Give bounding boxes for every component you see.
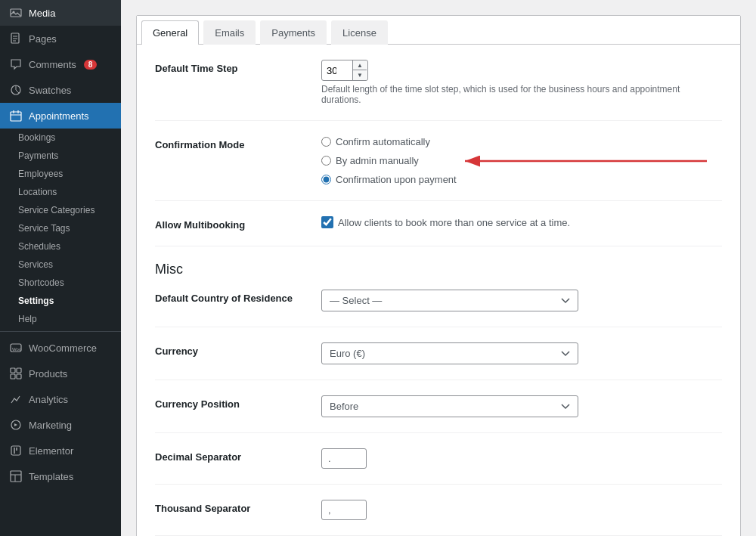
comments-icon [9,57,23,71]
sidebar-item-employees[interactable]: Employees [0,165,121,183]
sidebar-item-help[interactable]: Help [0,310,121,328]
currency-label: Currency [155,342,321,357]
allow-multibooking-row: Allow Multibooking Allow clients to book… [155,216,722,246]
sidebar-item-marketing[interactable]: Marketing [0,412,121,438]
spinner-up[interactable]: ▲ [353,60,367,70]
marketing-icon [9,418,23,432]
default-country-select[interactable]: — Select — [321,290,578,311]
sidebar-item-locations[interactable]: Locations [0,183,121,201]
currency-position-select[interactable]: Before After [321,395,578,417]
decimal-separator-label: Decimal Separator [155,448,321,463]
sidebar-item-appointments[interactable]: Appointments [0,103,121,129]
radio-admin-input[interactable] [321,156,331,166]
decimal-separator-input[interactable] [321,448,367,469]
currency-field: Euro (€) US Dollar ($) British Pound (£) [321,342,722,364]
time-step-help: Default length of the time slot step, wh… [321,84,722,105]
svg-rect-15 [11,374,15,379]
red-arrow-annotation [457,150,714,172]
radio-payment-input[interactable] [321,175,331,184]
sidebar-item-help-label: Help [18,314,37,324]
svg-rect-7 [11,112,21,121]
multibooking-checkbox-item[interactable]: Allow clients to book more than one serv… [321,216,722,228]
thousand-separator-field [321,500,722,520]
thousand-separator-input[interactable] [321,500,367,520]
sidebar-item-service-categories[interactable]: Service Categories [0,201,121,219]
sidebar-item-bookings[interactable]: Bookings [0,129,121,147]
sidebar-item-products-label: Products [29,368,67,380]
tab-bar: General Emails Payments License [137,16,740,45]
sidebar-item-swatches[interactable]: Swatches [0,77,121,103]
sidebar-item-shortcodes[interactable]: Shortcodes [0,274,121,292]
allow-multibooking-label: Allow Multibooking [155,216,321,231]
sidebar-item-schedules-label: Schedules [18,241,60,252]
pages-icon [9,32,23,45]
radio-auto-input[interactable] [321,137,331,147]
currency-select[interactable]: Euro (€) US Dollar ($) British Pound (£) [321,342,578,364]
currency-position-row: Currency Position Before After [155,395,722,433]
sidebar-item-service-categories-label: Service Categories [18,205,94,215]
thousand-separator-label: Thousand Separator [155,500,321,514]
radio-admin-label: By admin manually [336,155,419,166]
sidebar-item-elementor[interactable]: Elementor [0,438,121,463]
appointments-icon [9,109,23,122]
settings-panel: General Emails Payments License Default … [136,15,741,536]
sidebar-item-services[interactable]: Services [0,256,121,274]
svg-rect-16 [17,374,21,379]
sidebar-item-payments-label: Payments [18,150,58,161]
sidebar-item-comments-label: Comments [29,59,76,70]
radio-admin-manually[interactable]: By admin manually [321,155,419,166]
analytics-icon [9,392,23,406]
default-time-step-row: Default Time Step ▲ ▼ Default length of … [155,60,722,121]
sidebar-item-schedules[interactable]: Schedules [0,237,121,256]
sidebar-item-templates[interactable]: Templates [0,463,121,489]
radio-confirm-automatically[interactable]: Confirm automatically [321,136,722,147]
sidebar-item-woocommerce[interactable]: Woo WooCommerce [0,335,121,361]
swatches-icon [9,83,23,97]
sidebar-item-woocommerce-label: WooCommerce [29,342,97,354]
radio-confirmation-payment[interactable]: Confirmation upon payment [321,174,722,185]
svg-rect-14 [17,368,21,373]
sidebar-item-employees-label: Employees [18,169,63,179]
decimal-separator-row: Decimal Separator [155,448,722,485]
sidebar-item-marketing-label: Marketing [29,420,72,431]
woocommerce-icon: Woo [9,341,23,355]
multibooking-checkbox[interactable] [321,216,333,228]
tab-payments[interactable]: Payments [260,20,327,45]
spinner-down[interactable]: ▼ [353,70,367,80]
svg-rect-21 [11,471,21,482]
media-icon [9,6,23,20]
svg-rect-13 [11,368,15,373]
sidebar-item-analytics[interactable]: Analytics [0,386,121,412]
sidebar-item-media-label: Media [29,8,55,19]
svg-text:Woo: Woo [12,347,22,352]
templates-icon [9,469,23,483]
sidebar-item-products[interactable]: Products [0,361,121,386]
currency-position-field: Before After [321,395,722,417]
sidebar-item-shortcodes-label: Shortcodes [18,277,64,288]
sidebar-item-media[interactable]: Media [0,0,121,26]
sidebar-item-settings[interactable]: Settings [0,292,121,310]
tab-general[interactable]: General [141,20,199,45]
currency-row: Currency Euro (€) US Dollar ($) British … [155,342,722,380]
sidebar-item-service-tags-label: Service Tags [18,223,70,234]
sidebar-item-bookings-label: Bookings [18,132,55,143]
time-step-input[interactable] [322,61,352,80]
multibooking-help: Allow clients to book more than one serv… [338,217,570,228]
default-time-step-label: Default Time Step [155,60,321,74]
elementor-icon [9,444,23,457]
tab-license[interactable]: License [331,20,388,45]
sidebar-item-service-tags[interactable]: Service Tags [0,219,121,237]
confirmation-mode-label: Confirmation Mode [155,136,321,150]
tab-emails[interactable]: Emails [203,20,256,45]
sidebar-item-templates-label: Templates [29,471,73,482]
spinner-buttons: ▲ ▼ [352,60,367,80]
sidebar-item-settings-label: Settings [18,296,54,306]
sidebar-item-payments[interactable]: Payments [0,147,121,165]
sidebar-divider [0,331,121,332]
sidebar-item-services-label: Services [18,259,53,270]
currency-position-label: Currency Position [155,395,321,410]
sidebar-item-pages[interactable]: Pages [0,26,121,51]
sidebar-item-comments[interactable]: Comments 8 [0,51,121,77]
radio-admin-wrapper: By admin manually [321,155,722,166]
default-country-field: — Select — [321,290,722,311]
